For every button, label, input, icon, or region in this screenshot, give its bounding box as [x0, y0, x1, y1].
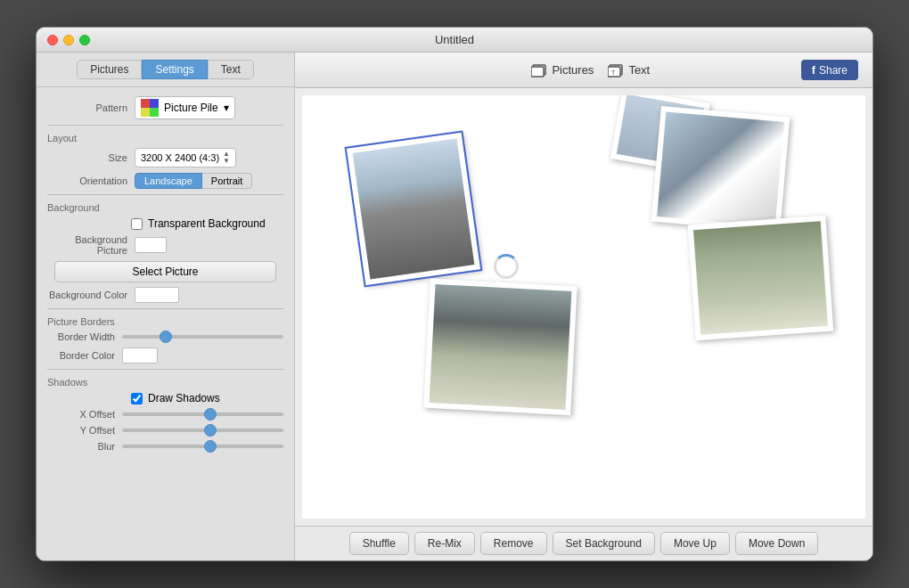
toolbar-text-btn[interactable]: T Text: [608, 62, 650, 78]
canvas-area[interactable]: [302, 95, 865, 519]
select-picture-container: Select Picture: [47, 261, 283, 282]
borders-section-header: Picture Borders: [47, 316, 283, 327]
maximize-button[interactable]: [79, 35, 90, 45]
photo-3[interactable]: [423, 279, 577, 415]
window-body: Pictures Settings Text Pattern Picture P…: [37, 53, 872, 560]
transparent-bg-checkbox[interactable]: [131, 218, 143, 230]
draw-shadows-row: Draw Shadows: [131, 392, 283, 404]
svg-text:T: T: [611, 69, 616, 76]
divider-layout: [47, 125, 283, 126]
pattern-icon: [141, 99, 159, 117]
sidebar: Pictures Settings Text Pattern Picture P…: [37, 53, 295, 560]
main-area: Pictures T Text f Share: [295, 53, 872, 560]
stepper-down[interactable]: ▼: [223, 158, 230, 165]
move-up-button[interactable]: Move Up: [660, 532, 730, 555]
divider-borders: [47, 308, 283, 309]
size-row: Size 3200 X 2400 (4:3) ▲ ▼: [47, 148, 283, 167]
move-down-button[interactable]: Move Down: [735, 532, 818, 555]
orientation-label: Orientation: [47, 176, 127, 186]
size-value: 3200 X 2400 (4:3): [141, 152, 219, 163]
window-title: Untitled: [435, 33, 474, 46]
toolbar-pictures-label: Pictures: [552, 63, 594, 77]
pattern-label: Pattern: [47, 102, 127, 113]
border-color-box[interactable]: [122, 347, 158, 363]
photo-1-image: [353, 138, 475, 279]
title-bar: Untitled: [37, 28, 872, 53]
share-button[interactable]: f Share: [801, 60, 858, 80]
blur-label: Blur: [47, 441, 115, 452]
draw-shadows-checkbox[interactable]: [131, 393, 143, 404]
pattern-row: Pattern Picture Pile ▾: [47, 96, 283, 119]
size-label: Size: [47, 152, 127, 163]
blur-row: Blur: [47, 441, 283, 452]
toolbar-center: Pictures T Text: [531, 62, 650, 78]
transparent-bg-row: Transparent Background: [131, 217, 283, 230]
remove-button[interactable]: Remove: [480, 532, 547, 555]
remix-button[interactable]: Re-Mix: [414, 532, 475, 555]
pattern-value: Picture Pile: [164, 102, 218, 114]
y-offset-label: Y Offset: [47, 425, 115, 436]
bg-color-row: Background Color: [47, 287, 283, 303]
traffic-lights: [47, 35, 90, 45]
bg-picture-row: Background Picture: [47, 234, 283, 256]
stepper-arrows: ▲ ▼: [223, 151, 230, 165]
photo-2-image: [657, 111, 784, 226]
loading-spinner: [494, 254, 519, 279]
border-color-label: Border Color: [47, 350, 115, 361]
svg-rect-1: [531, 67, 544, 77]
divider-background: [47, 194, 283, 195]
size-stepper[interactable]: 3200 X 2400 (4:3) ▲ ▼: [135, 148, 236, 167]
select-picture-button[interactable]: Select Picture: [54, 261, 276, 282]
border-width-slider[interactable]: [122, 335, 283, 339]
border-width-row: Border Width: [47, 331, 283, 342]
tab-pictures[interactable]: Pictures: [77, 60, 142, 79]
shadows-section-header: Shadows: [47, 377, 283, 388]
pictures-icon: [531, 62, 547, 78]
orientation-buttons: Landscape Portrait: [135, 173, 252, 189]
shuffle-button[interactable]: Shuffle: [349, 532, 409, 555]
border-width-label: Border Width: [47, 331, 115, 342]
pattern-arrow: ▾: [224, 102, 229, 114]
bottom-bar: Shuffle Re-Mix Remove Set Background Mov…: [295, 526, 872, 560]
set-background-button[interactable]: Set Background: [553, 532, 655, 555]
x-offset-slider[interactable]: [122, 412, 283, 416]
photo-4[interactable]: [688, 216, 834, 340]
photo-4-image: [693, 221, 828, 335]
y-offset-row: Y Offset: [47, 425, 283, 436]
draw-shadows-label: Draw Shadows: [148, 392, 220, 404]
background-section-header: Background: [47, 202, 283, 213]
main-window: Untitled Pictures Settings Text Pattern: [36, 27, 873, 561]
bg-color-box[interactable]: [135, 287, 179, 303]
main-toolbar: Pictures T Text f Share: [295, 53, 872, 88]
photo-1[interactable]: [347, 133, 480, 286]
minimize-button[interactable]: [63, 35, 74, 45]
close-button[interactable]: [47, 35, 58, 45]
toolbar-pictures-btn[interactable]: Pictures: [531, 62, 594, 78]
bg-picture-label: Background Picture: [47, 234, 127, 256]
transparent-bg-label: Transparent Background: [148, 217, 266, 230]
border-color-row: Border Color: [47, 347, 283, 363]
y-offset-slider[interactable]: [122, 429, 283, 432]
toolbar-text-label: Text: [628, 63, 650, 77]
photo-3-image: [430, 284, 572, 410]
blur-slider[interactable]: [122, 445, 283, 448]
photo-2[interactable]: [651, 106, 790, 233]
bg-color-label: Background Color: [47, 290, 127, 300]
x-offset-row: X Offset: [47, 409, 283, 420]
bg-picture-box[interactable]: [135, 237, 167, 253]
landscape-btn[interactable]: Landscape: [135, 173, 202, 189]
facebook-icon: f: [812, 63, 815, 77]
portrait-btn[interactable]: Portrait: [202, 173, 252, 189]
tab-settings[interactable]: Settings: [142, 60, 207, 79]
sidebar-content: Pattern Picture Pile ▾ Layout Size: [37, 96, 294, 560]
text-icon: T: [608, 62, 624, 78]
pattern-select[interactable]: Picture Pile ▾: [135, 96, 235, 119]
orientation-row: Orientation Landscape Portrait: [47, 173, 283, 189]
layout-section-header: Layout: [47, 133, 283, 143]
tab-text[interactable]: Text: [208, 60, 254, 79]
tab-bar: Pictures Settings Text: [37, 60, 294, 87]
divider-shadows: [47, 369, 283, 370]
share-label: Share: [819, 64, 848, 77]
spinner-circle: [494, 254, 519, 279]
x-offset-label: X Offset: [47, 409, 115, 420]
